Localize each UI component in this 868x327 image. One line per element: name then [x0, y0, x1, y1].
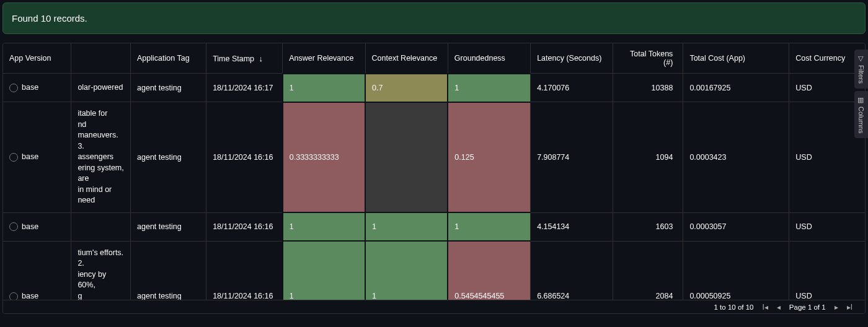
- timestamp-cell: 18/11/2024 16:16: [206, 212, 283, 241]
- col-total-cost[interactable]: Total Cost (App): [683, 43, 789, 74]
- text-cell: tium's efforts. 2. iency by 60%, g Labor…: [71, 241, 131, 301]
- timestamp-cell: 18/11/2024 16:16: [206, 102, 283, 213]
- table-row[interactable]: baseagent testing18/11/2024 16:161114.15…: [3, 212, 865, 241]
- timestamp-cell: 18/11/2024 16:17: [206, 74, 283, 102]
- col-app-version[interactable]: App Version: [3, 43, 71, 74]
- tag-cell: agent testing: [131, 102, 206, 213]
- col-application-tag[interactable]: Application Tag: [131, 43, 206, 74]
- first-page-icon[interactable]: I◂: [762, 303, 768, 312]
- col-context-relevance[interactable]: Context Relevance: [365, 43, 448, 74]
- next-page-icon[interactable]: ▸: [835, 303, 838, 312]
- currency-cell: USD: [789, 212, 865, 241]
- app-version-cell[interactable]: base: [3, 102, 71, 213]
- filters-label: Filters: [857, 65, 865, 84]
- cost-cell: 0.0003423: [683, 102, 789, 213]
- table-footer: 1 to 10 of 10 I◂ ◂ Page 1 of 1 ▸ ▸I: [3, 300, 865, 313]
- app-version-cell[interactable]: base: [3, 212, 71, 241]
- latency-cell: 4.170076: [531, 74, 613, 102]
- text-cell: itable for nd maneuvers. 3. assengers er…: [71, 102, 131, 213]
- col-time-stamp[interactable]: Time Stamp ↓: [206, 43, 283, 74]
- answer-relevance-cell: 1: [283, 241, 365, 301]
- cost-cell: 0.00167925: [683, 74, 789, 102]
- col-time-stamp-label: Time Stamp: [213, 54, 254, 63]
- text-cell: olar-powered: [71, 74, 131, 102]
- currency-cell: USD: [789, 102, 865, 213]
- latency-cell: 6.686524: [531, 241, 613, 301]
- context-relevance-cell: 1: [365, 241, 448, 301]
- tokens-cell: 1094: [613, 102, 683, 213]
- sort-desc-icon: ↓: [259, 54, 264, 63]
- app-version-value: base: [22, 222, 38, 231]
- table-row[interactable]: baseitable for nd maneuvers. 3. assenger…: [3, 102, 865, 213]
- groundedness-cell: 1: [448, 212, 530, 241]
- records-banner: Found 10 records.: [2, 2, 866, 34]
- last-page-icon[interactable]: ▸I: [847, 303, 852, 312]
- app-version-cell[interactable]: base: [3, 241, 71, 301]
- tokens-cell: 10388: [613, 74, 683, 102]
- col-total-tokens[interactable]: Total Tokens (#): [613, 43, 683, 74]
- col-text[interactable]: [71, 43, 131, 74]
- app-version-cell[interactable]: base: [3, 74, 71, 102]
- columns-tab[interactable]: ▥ Columns: [854, 91, 868, 138]
- groundedness-cell: 0.5454545455: [448, 241, 530, 301]
- tokens-cell: 1603: [613, 212, 683, 241]
- table-row[interactable]: baseolar-poweredagent testing18/11/2024 …: [3, 74, 865, 102]
- columns-label: Columns: [857, 107, 865, 133]
- app-version-value: base: [22, 292, 38, 300]
- header-row: App Version Application Tag Time Stamp ↓…: [3, 43, 865, 74]
- answer-relevance-cell: 1: [283, 212, 365, 241]
- columns-icon: ▥: [857, 96, 866, 104]
- col-cost-currency[interactable]: Cost Currency: [789, 43, 865, 74]
- filter-icon: ▽: [857, 54, 866, 63]
- row-range: 1 to 10 of 10: [714, 303, 754, 311]
- cost-cell: 0.00050925: [683, 241, 789, 301]
- text-cell: [71, 212, 131, 241]
- answer-relevance-cell: 0.3333333333: [283, 102, 365, 213]
- prev-page-icon[interactable]: ◂: [777, 303, 781, 312]
- groundedness-cell: 1: [448, 74, 530, 102]
- tokens-cell: 2084: [613, 241, 683, 301]
- radio-icon[interactable]: [9, 222, 18, 231]
- latency-cell: 4.154134: [531, 212, 613, 241]
- side-tabs: ▽ Filters ▥ Columns: [854, 50, 868, 138]
- app-version-value: base: [22, 152, 38, 161]
- app-version-value: base: [22, 83, 38, 92]
- data-table: App Version Application Tag Time Stamp ↓…: [2, 43, 866, 314]
- page-indicator: Page 1 of 1: [789, 303, 826, 311]
- tag-cell: agent testing: [131, 74, 206, 102]
- context-relevance-cell: 0.7: [365, 74, 448, 102]
- currency-cell: USD: [789, 74, 865, 102]
- context-relevance-cell: 1: [365, 212, 448, 241]
- radio-icon[interactable]: [9, 153, 18, 162]
- groundedness-cell: 0.125: [448, 102, 530, 213]
- latency-cell: 7.908774: [531, 102, 613, 213]
- answer-relevance-cell: 1: [283, 74, 365, 102]
- cost-cell: 0.0003057: [683, 212, 789, 241]
- table-row[interactable]: basetium's efforts. 2. iency by 60%, g L…: [3, 241, 865, 301]
- context-relevance-cell: [365, 102, 448, 213]
- tag-cell: agent testing: [131, 212, 206, 241]
- col-answer-relevance[interactable]: Answer Relevance: [283, 43, 365, 74]
- timestamp-cell: 18/11/2024 16:16: [206, 241, 283, 301]
- filters-tab[interactable]: ▽ Filters: [854, 50, 868, 89]
- currency-cell: USD: [789, 241, 865, 301]
- tag-cell: agent testing: [131, 241, 206, 301]
- radio-icon[interactable]: [9, 84, 18, 92]
- col-latency[interactable]: Latency (Seconds): [531, 43, 613, 74]
- col-groundedness[interactable]: Groundedness: [448, 43, 530, 74]
